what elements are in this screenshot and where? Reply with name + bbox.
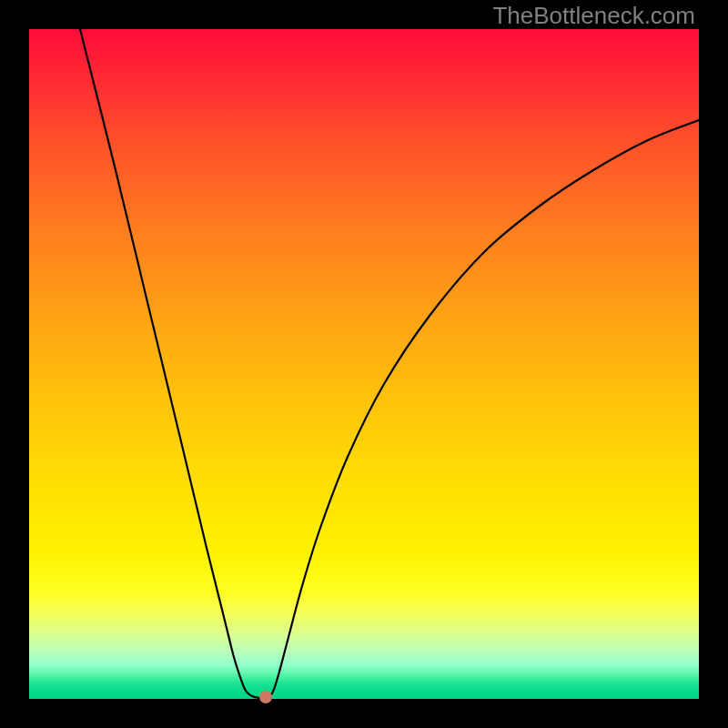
bottleneck-curve (29, 29, 699, 699)
watermark-text: TheBottleneck.com (492, 2, 695, 30)
optimum-marker (259, 691, 272, 703)
